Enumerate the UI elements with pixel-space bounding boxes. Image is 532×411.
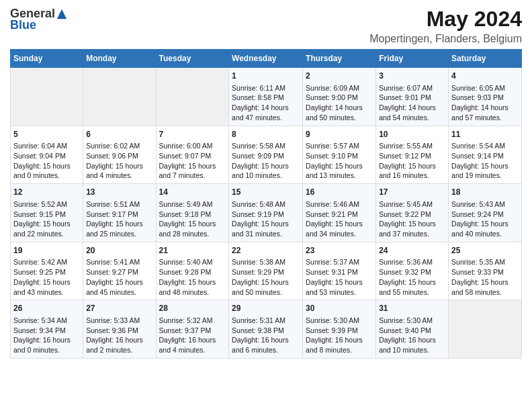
sunrise-label: Sunrise: 5:42 AM (13, 258, 67, 266)
day-number: 19 (13, 245, 80, 257)
sunset-label: Sunset: 9:38 PM (232, 326, 284, 334)
sunrise-label: Sunrise: 5:52 AM (13, 200, 67, 208)
calendar-cell: 23Sunrise: 5:37 AMSunset: 9:31 PMDayligh… (303, 242, 376, 300)
daylight-label: Daylight: 15 hours and 13 minutes. (306, 162, 363, 180)
day-number: 5 (13, 129, 80, 140)
sunrise-label: Sunrise: 5:33 AM (86, 316, 140, 324)
sunrise-label: Sunrise: 5:46 AM (306, 200, 359, 208)
daylight-label: Daylight: 15 hours and 34 minutes. (306, 220, 363, 238)
day-number: 13 (86, 187, 152, 198)
daylight-label: Daylight: 15 hours and 55 minutes. (379, 278, 436, 296)
sunset-label: Sunset: 9:28 PM (159, 268, 212, 276)
sunset-label: Sunset: 9:24 PM (451, 210, 504, 218)
sunset-label: Sunset: 9:34 PM (13, 326, 66, 334)
sunset-label: Sunset: 9:21 PM (306, 210, 358, 218)
col-header-saturday: Saturday (449, 50, 522, 68)
sunrise-label: Sunrise: 5:35 AM (451, 258, 505, 266)
sunset-label: Sunset: 9:06 PM (86, 152, 138, 160)
daylight-label: Daylight: 15 hours and 7 minutes. (159, 162, 216, 180)
day-number: 14 (159, 187, 226, 198)
sunset-label: Sunset: 9:00 PM (306, 93, 358, 101)
calendar-cell: 18Sunrise: 5:43 AMSunset: 9:24 PMDayligh… (449, 184, 522, 242)
daylight-label: Daylight: 15 hours and 43 minutes. (13, 278, 71, 296)
daylight-label: Daylight: 15 hours and 25 minutes. (86, 220, 143, 238)
sunset-label: Sunset: 9:18 PM (159, 210, 212, 218)
day-number: 29 (232, 303, 300, 314)
sunrise-label: Sunrise: 5:49 AM (159, 200, 213, 208)
calendar-cell (11, 68, 83, 126)
daylight-label: Daylight: 15 hours and 4 minutes. (86, 162, 143, 180)
calendar-cell: 4Sunrise: 6:05 AMSunset: 9:03 PMDaylight… (449, 68, 522, 126)
daylight-label: Daylight: 16 hours and 6 minutes. (232, 336, 289, 354)
col-header-sunday: Sunday (11, 50, 83, 68)
sunrise-label: Sunrise: 5:30 AM (379, 316, 433, 324)
calendar-cell: 14Sunrise: 5:49 AMSunset: 9:18 PMDayligh… (156, 184, 229, 242)
logo-blue-text: Blue (10, 18, 36, 32)
calendar-cell: 7Sunrise: 6:00 AMSunset: 9:07 PMDaylight… (156, 126, 229, 184)
daylight-label: Daylight: 15 hours and 37 minutes. (379, 220, 436, 238)
sunrise-label: Sunrise: 5:51 AM (86, 200, 140, 208)
daylight-label: Daylight: 15 hours and 31 minutes. (232, 220, 289, 238)
day-number: 3 (379, 71, 445, 82)
day-number: 21 (159, 245, 226, 257)
day-number: 4 (451, 71, 519, 82)
col-header-wednesday: Wednesday (229, 50, 303, 68)
col-header-monday: Monday (83, 50, 156, 68)
day-number: 28 (159, 303, 226, 314)
sunrise-label: Sunrise: 6:04 AM (13, 142, 67, 150)
daylight-label: Daylight: 15 hours and 53 minutes. (306, 278, 363, 296)
calendar-cell: 11Sunrise: 5:54 AMSunset: 9:14 PMDayligh… (449, 126, 522, 184)
sunset-label: Sunset: 9:22 PM (379, 210, 431, 218)
sunset-label: Sunset: 9:07 PM (159, 152, 212, 160)
sunrise-label: Sunrise: 5:34 AM (13, 316, 67, 324)
sunrise-label: Sunrise: 6:07 AM (379, 84, 433, 92)
sunset-label: Sunset: 9:39 PM (306, 326, 358, 334)
calendar-cell: 6Sunrise: 6:02 AMSunset: 9:06 PMDaylight… (83, 126, 156, 184)
sunrise-label: Sunrise: 5:31 AM (232, 316, 285, 324)
sunrise-label: Sunrise: 5:36 AM (379, 258, 433, 266)
calendar-cell: 16Sunrise: 5:46 AMSunset: 9:21 PMDayligh… (303, 184, 376, 242)
calendar-cell: 15Sunrise: 5:48 AMSunset: 9:19 PMDayligh… (229, 184, 303, 242)
logo: General Blue (10, 7, 68, 32)
week-row-1: 1Sunrise: 6:11 AMSunset: 8:58 PMDaylight… (11, 68, 522, 126)
sunrise-label: Sunrise: 6:00 AM (159, 142, 213, 150)
day-number: 16 (306, 187, 373, 198)
day-number: 23 (306, 245, 373, 257)
day-number: 6 (86, 129, 152, 140)
daylight-label: Daylight: 16 hours and 8 minutes. (306, 336, 363, 354)
daylight-label: Daylight: 15 hours and 19 minutes. (451, 162, 508, 180)
daylight-label: Daylight: 15 hours and 40 minutes. (451, 220, 508, 238)
sunrise-label: Sunrise: 5:58 AM (232, 142, 285, 150)
day-number: 24 (379, 245, 445, 257)
week-row-5: 26Sunrise: 5:34 AMSunset: 9:34 PMDayligh… (11, 300, 522, 359)
day-number: 30 (306, 303, 373, 314)
sunset-label: Sunset: 9:33 PM (451, 268, 504, 276)
calendar-cell: 8Sunrise: 5:58 AMSunset: 9:09 PMDaylight… (229, 126, 303, 184)
page-header: General Blue May 2024 Mopertingen, Fland… (10, 7, 522, 45)
day-number: 25 (451, 245, 519, 257)
sunset-label: Sunset: 9:31 PM (306, 268, 358, 276)
calendar-cell: 3Sunrise: 6:07 AMSunset: 9:01 PMDaylight… (376, 68, 449, 126)
day-number: 10 (379, 129, 445, 140)
day-number: 7 (159, 129, 226, 140)
sunrise-label: Sunrise: 5:32 AM (159, 316, 213, 324)
calendar-cell: 17Sunrise: 5:45 AMSunset: 9:22 PMDayligh… (376, 184, 449, 242)
calendar-cell: 24Sunrise: 5:36 AMSunset: 9:32 PMDayligh… (376, 242, 449, 300)
day-number: 20 (86, 245, 152, 257)
sunset-label: Sunset: 9:15 PM (13, 210, 66, 218)
sunrise-label: Sunrise: 5:37 AM (306, 258, 359, 266)
svg-marker-0 (57, 9, 66, 18)
sunrise-label: Sunrise: 6:11 AM (232, 84, 285, 92)
day-number: 11 (451, 129, 519, 140)
main-title: May 2024 (369, 7, 522, 32)
sunrise-label: Sunrise: 5:30 AM (306, 316, 359, 324)
daylight-label: Daylight: 16 hours and 2 minutes. (86, 336, 143, 354)
sunset-label: Sunset: 9:36 PM (86, 326, 138, 334)
calendar-cell: 27Sunrise: 5:33 AMSunset: 9:36 PMDayligh… (83, 300, 156, 359)
day-number: 27 (86, 303, 152, 314)
calendar-cell: 26Sunrise: 5:34 AMSunset: 9:34 PMDayligh… (11, 300, 83, 359)
sunrise-label: Sunrise: 6:02 AM (86, 142, 140, 150)
sunset-label: Sunset: 9:25 PM (13, 268, 66, 276)
day-number: 8 (232, 129, 300, 140)
sunset-label: Sunset: 9:19 PM (232, 210, 284, 218)
